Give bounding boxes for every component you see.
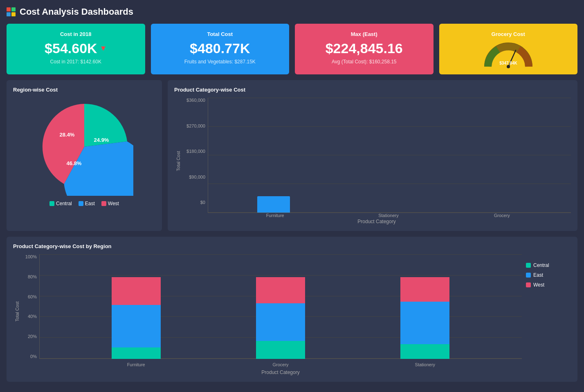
stacked-bar-furniture <box>112 277 161 359</box>
y-axis-values: $360,000 $270,000 $180,000 $90,000 $0 <box>182 98 208 213</box>
legend-text-west: West <box>533 282 544 288</box>
bars-area <box>208 98 571 213</box>
down-arrow-icon: ▼ <box>100 44 107 53</box>
pie-label-west: 28.4% <box>60 132 75 138</box>
logo-cell-green <box>11 7 16 11</box>
kpi-totalcost-title: Total Cost <box>207 31 233 37</box>
legend-east: East <box>79 201 95 206</box>
legend-label-east: East <box>85 201 95 206</box>
stacked-y-values: 100% 80% 60% 40% 20% 0% <box>21 254 39 369</box>
stacked-bar-grocery <box>256 277 305 359</box>
y-val-3: $90,000 <box>182 175 205 179</box>
kpi-grocerycost-title: Grocery Cost <box>492 31 525 37</box>
legend-label-central: Central <box>56 201 72 206</box>
gauge-container: $347.84K <box>484 42 533 69</box>
bar-chart-content: $360,000 $270,000 $180,000 $90,000 $0 <box>182 98 571 213</box>
legend-text-east: East <box>533 272 543 278</box>
kpi-cost2018-title: Cost in 2018 <box>60 31 92 37</box>
pie-chart-title: Region-wise Cost <box>13 87 155 93</box>
kpi-totalcost: Total Cost $480.77K Fruits and Vegetable… <box>151 24 290 74</box>
stacked-y-0: 100% <box>21 254 37 259</box>
app-title: Cost Analysis Dashboards <box>20 7 133 17</box>
bars-group <box>208 98 571 213</box>
seg-grocery-central <box>256 341 305 359</box>
x-label-stationery: Stationery <box>372 213 405 218</box>
bar-chart-title: Product Category-wise Cost <box>174 87 571 93</box>
kpi-cost2018-sub: Cost in 2017: $142.60K <box>50 59 101 65</box>
legend-label-west: West <box>108 201 119 206</box>
gauge-value-text: $347.84K <box>499 61 517 65</box>
bar-chart-card: Product Category-wise Cost Total Cost $3… <box>168 80 577 231</box>
stacked-y-1: 80% <box>21 274 37 279</box>
pie-label-east: 46.8% <box>67 160 82 166</box>
x-axis-labels-bar: Furniture Stationery Grocery <box>182 213 571 218</box>
kpi-grocerycost: Grocery Cost $347.84K <box>439 24 578 74</box>
kpi-maxeast-title: Max (East) <box>351 31 377 37</box>
bar-y-axis-title: Total Cost <box>176 151 181 171</box>
x-label-furniture: Furniture <box>259 213 292 218</box>
kpi-cost2018-value: $54.60K ▼ <box>45 40 107 56</box>
legend-icon-west <box>526 282 531 287</box>
x-labels-row: Furniture Stationery Grocery <box>210 213 571 218</box>
legend-dot-east <box>79 201 83 206</box>
legend-central: Central <box>49 201 72 206</box>
stacked-y-label-wrap: Total Cost <box>13 254 21 369</box>
y-val-1: $270,000 <box>182 123 205 128</box>
charts-row: Region-wise Cost 24.9% 46.8% 28.4% <box>7 80 577 231</box>
legend-dot-central <box>49 201 54 206</box>
stacked-y-5: 0% <box>21 354 37 359</box>
pie-chart-svg: 24.9% 46.8% 28.4% <box>35 98 133 196</box>
stacked-y-2: 60% <box>21 294 37 299</box>
stacked-bars-region: Furniture Grocery Stationery Central Eas… <box>39 254 571 369</box>
app-logo <box>7 7 16 16</box>
stacked-x-grocery: Grocery <box>256 362 305 367</box>
logo-cell-blue <box>7 12 11 16</box>
seg-furniture-west <box>112 277 161 305</box>
stacked-chart-card: Product Category-wise Cost by Region Tot… <box>7 237 577 382</box>
kpi-maxeast-sub: Avg (Total Cost): $160,258.15 <box>332 59 397 65</box>
header: Cost Analysis Dashboards <box>7 7 577 17</box>
stacked-legend: Central East West <box>526 262 571 288</box>
stacked-bar-stationery <box>400 277 449 359</box>
pie-label-central: 24.9% <box>94 137 109 143</box>
stacked-y-axis-title: Total Cost <box>15 302 20 322</box>
kpi-cost2018: Cost in 2018 $54.60K ▼ Cost in 2017: $14… <box>7 24 145 74</box>
svg-point-1 <box>507 65 510 68</box>
legend-item-east: East <box>526 272 571 278</box>
stacked-x-axis-title: Product Category <box>13 370 571 375</box>
stacked-bar-stationery-stack <box>400 277 449 359</box>
stacked-x-furniture: Furniture <box>112 362 161 367</box>
pie-legend: Central East West <box>49 201 119 206</box>
legend-item-west: West <box>526 282 571 288</box>
kpi-maxeast: Max (East) $224,845.16 Avg (Total Cost):… <box>295 24 434 74</box>
gauge-chart: $347.84K <box>484 42 533 69</box>
stacked-chart-title: Product Category-wise Cost by Region <box>13 243 571 249</box>
bar-chart-inner: $360,000 $270,000 $180,000 $90,000 $0 <box>182 98 571 224</box>
seg-furniture-east <box>112 305 161 347</box>
seg-stationery-east <box>400 302 449 344</box>
stacked-y-4: 20% <box>21 334 37 339</box>
stacked-x-labels: Furniture Grocery Stationery <box>39 362 522 367</box>
seg-stationery-central <box>400 344 449 359</box>
bar-chart-area: Total Cost $360,000 $270,000 $180,000 $9… <box>174 98 571 224</box>
kpi-maxeast-value: $224,845.16 <box>326 40 403 56</box>
pie-chart-card: Region-wise Cost 24.9% 46.8% 28.4% <box>7 80 162 231</box>
stacked-bars-row <box>39 254 522 359</box>
x-label-grocery: Grocery <box>485 213 518 218</box>
y-axis-label-wrap: Total Cost <box>174 98 182 224</box>
y-val-4: $0 <box>182 200 205 205</box>
stacked-chart-area: Total Cost 100% 80% 60% 40% 20% 0% <box>13 254 571 369</box>
logo-cell-red <box>7 7 11 11</box>
y-val-2: $180,000 <box>182 149 205 154</box>
bar-furniture-rect <box>257 196 290 213</box>
bar-furniture <box>257 196 290 213</box>
stacked-bar-grocery-stack <box>256 277 305 359</box>
kpi-row: Cost in 2018 $54.60K ▼ Cost in 2017: $14… <box>7 24 577 74</box>
legend-item-central: Central <box>526 262 571 268</box>
stacked-bar-furniture-stack <box>112 277 161 359</box>
kpi-totalcost-value: $480.77K <box>190 40 250 56</box>
legend-west: West <box>101 201 119 206</box>
legend-text-central: Central <box>533 262 549 268</box>
logo-cell-yellow <box>11 12 16 16</box>
stacked-x-stationery: Stationery <box>400 362 449 367</box>
